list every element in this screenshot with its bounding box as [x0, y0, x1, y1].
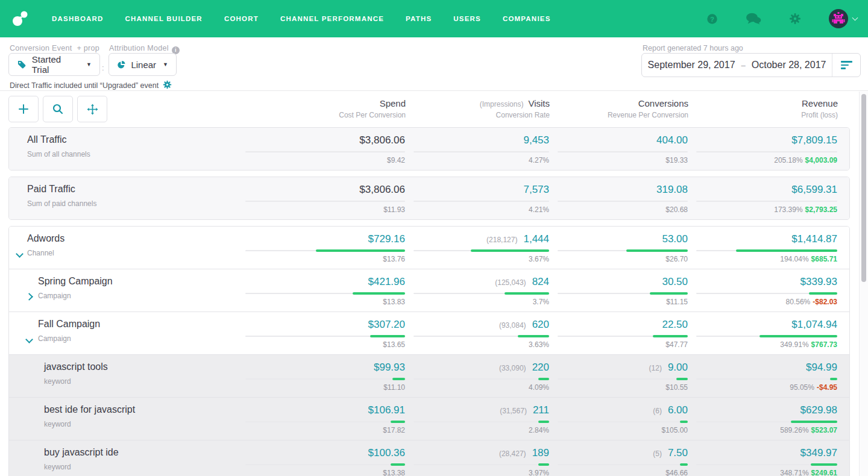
nav-item-channel-performance[interactable]: CHANNEL PERFORMANCE [280, 15, 384, 22]
metric-value: 9,453 [523, 134, 549, 146]
column-subtitle: Cost Per Conversion [246, 111, 406, 119]
conversion-event-dropdown[interactable]: Started Trial ▼ [8, 53, 100, 76]
metric-divider [245, 151, 405, 152]
date-range-picker[interactable]: September 29, 2017 – October 28, 2017 [641, 53, 861, 77]
metric-profit: $767.73 [811, 340, 837, 349]
metric-sub: 4.27% [529, 156, 549, 164]
metric-cell-revenue: $1,074.94 349.91%$767.73 [696, 319, 837, 349]
metric-value: $349.97 [800, 447, 837, 459]
column-header-visits[interactable]: (Impressions)Visits Conversion Rate [414, 95, 550, 119]
metric-sub: 3.67% [529, 255, 549, 263]
metric-cell-visits: 9,453 4.27% [414, 134, 549, 164]
add-channel-button[interactable] [8, 96, 39, 122]
tag-icon [17, 60, 27, 69]
metric-profit: -$4.95 [817, 383, 837, 392]
scrollbar-track[interactable] [859, 92, 868, 476]
search-button[interactable] [43, 96, 73, 122]
metric-profit: $2,793.25 [805, 205, 837, 214]
avatar[interactable] [829, 9, 848, 28]
account-menu[interactable] [829, 9, 857, 28]
nav-item-paths[interactable]: PATHS [406, 15, 432, 22]
row-title: Adwords [27, 233, 237, 244]
nav-item-companies[interactable]: COMPANIES [503, 15, 551, 22]
scrollbar-thumb[interactable] [861, 94, 866, 282]
nav-item-channel-builder[interactable]: CHANNEL BUILDER [125, 15, 203, 22]
metric-prefix: (6) [653, 407, 662, 415]
chevron-down-icon[interactable] [27, 337, 32, 342]
metric-divider [245, 378, 405, 380]
nav-item-cohort[interactable]: COHORT [224, 15, 259, 22]
table-row[interactable]: javascript tools keyword $99.93 $11.10 (… [9, 354, 849, 397]
metric-cell-conversions: (5)7.50 $46.66 [558, 447, 688, 476]
row-subtitle: keyword [44, 377, 237, 386]
metric-prefix: (93,084) [499, 321, 526, 330]
share-bar [392, 378, 405, 380]
date-start: September 29, 2017 [648, 60, 735, 70]
metric-cell-conversions: 53.00 $26.70 [558, 233, 688, 263]
app-logo-icon[interactable] [11, 10, 30, 28]
gear-icon[interactable] [789, 13, 801, 25]
metric-value: $1,074.94 [791, 319, 837, 331]
chevron-right-icon[interactable] [27, 294, 32, 299]
metric-divider [245, 201, 405, 202]
metric-cell-revenue: $94.99 95.05%-$4.95 [696, 362, 837, 392]
pie-chart-icon [117, 60, 125, 70]
share-bar [736, 249, 837, 252]
metric-sub: 349.91% [780, 340, 808, 349]
metric-value: 620 [532, 319, 549, 331]
move-button[interactable] [77, 96, 107, 122]
column-header-conversions[interactable]: Conversions Revenue Per Conversion [558, 95, 688, 119]
attribution-model-dropdown[interactable]: Linear ▼ [108, 53, 177, 76]
nav-item-dashboard[interactable]: DASHBOARD [52, 15, 104, 22]
chevron-down-icon[interactable] [17, 251, 22, 257]
table-row[interactable]: All Traffic Sum of all channels $3,806.0… [9, 128, 849, 170]
metric-sub: 3.63% [529, 340, 549, 349]
metric-cell-spend: $3,806.06 $11.93 [245, 184, 405, 214]
metric-divider [696, 293, 837, 294]
column-header-spend[interactable]: Spend Cost Per Conversion [246, 95, 406, 119]
share-bar [809, 292, 837, 295]
metric-value: $7,809.15 [791, 134, 837, 146]
metric-cell-visits: (93,084)620 3.63% [414, 319, 549, 349]
metric-value: $421.96 [368, 276, 405, 288]
metric-value: 7,573 [523, 184, 549, 196]
metric-value: 1,444 [523, 233, 549, 245]
table-row[interactable]: Spring Campaign Campaign $421.96 $13.83 … [9, 269, 849, 312]
metric-profit: $249.61 [811, 469, 837, 476]
table-row[interactable]: Fall Campaign Campaign $307.20 $13.65 (9… [9, 312, 849, 354]
metric-sub: 173.39% [774, 205, 802, 214]
metric-divider [558, 421, 688, 422]
metric-cell-conversions: 404.00 $19.33 [558, 134, 688, 164]
report-generated-label: Report generated 7 hours ago [643, 44, 743, 52]
share-bar [353, 292, 405, 295]
row-name-cell: best ide for javascript keyword [9, 404, 237, 434]
metric-divider [414, 151, 549, 152]
metric-sub: $13.83 [383, 298, 405, 306]
table-row[interactable]: Adwords Channel $729.16 $13.76 (218,127)… [9, 227, 849, 269]
note-gear-icon[interactable] [163, 80, 172, 90]
metric-sub: $13.65 [383, 340, 405, 349]
chevron-down-icon[interactable] [853, 17, 857, 20]
metric-prefix: (125,043) [495, 278, 526, 287]
add-prop-button[interactable]: + prop [77, 44, 99, 52]
channel-card: All Traffic Sum of all channels $3,806.0… [8, 127, 850, 171]
metric-cell-visits: (31,567)211 2.84% [414, 404, 549, 434]
metric-value: 7.50 [668, 447, 688, 459]
metric-profit: $523.07 [811, 426, 837, 434]
metric-prefix: (33,090) [499, 364, 526, 372]
column-header-revenue[interactable]: Revenue Profit (loss) [697, 95, 838, 119]
table-row[interactable]: buy javascript ide keyword $100.36 $13.3… [9, 440, 849, 476]
metric-sub: $19.33 [665, 156, 688, 164]
nav-item-users[interactable]: USERS [453, 15, 481, 22]
help-icon[interactable]: ? [706, 13, 718, 25]
filter-lines-icon[interactable] [832, 61, 860, 69]
chat-icon[interactable] [746, 13, 761, 25]
metric-divider [414, 250, 549, 251]
metric-cell-revenue: $6,599.31 173.39%$2,793.25 [696, 184, 837, 214]
row-name-cell: Spring Campaign Campaign [9, 276, 237, 306]
metric-sub: 2.84% [529, 426, 549, 434]
table-row[interactable]: best ide for javascript keyword $106.91 … [9, 397, 849, 440]
row-title: Fall Campaign [38, 319, 237, 330]
table-row[interactable]: Paid Traffic Sum of paid channels $3,806… [9, 177, 849, 219]
metric-divider [696, 201, 837, 202]
